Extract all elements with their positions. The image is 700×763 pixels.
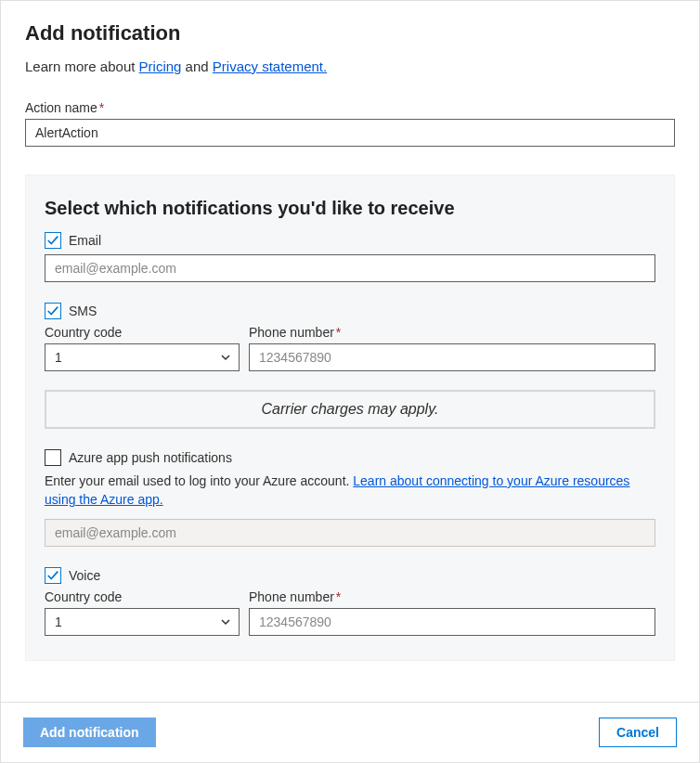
learn-prefix: Learn more about xyxy=(25,58,139,74)
azure-push-checkbox-row: Azure app push notifications xyxy=(45,449,655,466)
voice-sub-section: Voice Country code 1 Phone number* xyxy=(45,567,655,636)
sms-checkbox[interactable] xyxy=(45,303,61,319)
voice-country-label: Country code xyxy=(45,589,240,604)
voice-row: Country code 1 Phone number* xyxy=(45,589,655,636)
required-asterisk: * xyxy=(336,325,341,340)
pricing-link[interactable]: Pricing xyxy=(139,58,182,74)
email-input[interactable] xyxy=(45,254,655,282)
cancel-button[interactable]: Cancel xyxy=(599,718,677,747)
sms-country-select[interactable]: 1 xyxy=(45,343,240,371)
azure-push-checkbox[interactable] xyxy=(45,449,61,466)
footer: Add notification Cancel xyxy=(1,702,699,762)
sms-phone-input[interactable] xyxy=(249,343,655,371)
action-name-label: Action name* xyxy=(25,100,675,115)
email-label: Email xyxy=(69,233,101,248)
action-name-label-text: Action name xyxy=(25,100,97,115)
notifications-section: Select which notifications you'd like to… xyxy=(25,175,675,661)
voice-checkbox-row: Voice xyxy=(45,567,655,584)
learn-more-text: Learn more about Pricing and Privacy sta… xyxy=(25,58,675,74)
voice-country-value: 1 xyxy=(55,614,62,629)
carrier-notice: Carrier charges may apply. xyxy=(45,390,655,429)
check-icon xyxy=(46,569,59,582)
sms-label: SMS xyxy=(69,304,97,318)
azure-push-help-prefix: Enter your email used to log into your A… xyxy=(45,473,353,488)
sms-phone-label-text: Phone number xyxy=(249,325,334,340)
section-title: Select which notifications you'd like to… xyxy=(45,198,655,219)
azure-push-help: Enter your email used to log into your A… xyxy=(45,472,655,510)
chevron-down-icon xyxy=(220,616,231,627)
action-name-input[interactable] xyxy=(25,119,675,147)
azure-push-label: Azure app push notifications xyxy=(69,450,232,465)
privacy-link[interactable]: Privacy statement. xyxy=(213,58,327,74)
voice-country-select[interactable]: 1 xyxy=(45,608,240,636)
voice-phone-label-text: Phone number xyxy=(249,589,334,604)
and-text: and xyxy=(186,58,213,74)
voice-phone-input[interactable] xyxy=(249,608,655,636)
voice-phone-label: Phone number* xyxy=(249,589,655,604)
azure-push-email-input xyxy=(45,519,655,547)
add-notification-button[interactable]: Add notification xyxy=(23,718,156,747)
chevron-down-icon xyxy=(220,352,231,363)
email-checkbox[interactable] xyxy=(45,232,61,249)
sms-phone-label: Phone number* xyxy=(249,325,655,340)
required-asterisk: * xyxy=(99,100,104,115)
sms-row: Country code 1 Phone number* xyxy=(45,325,655,371)
sms-country-label: Country code xyxy=(45,325,240,340)
voice-checkbox[interactable] xyxy=(45,567,61,584)
sms-sub-section: SMS Country code 1 Phone number* xyxy=(45,303,655,371)
check-icon xyxy=(46,304,59,317)
required-asterisk: * xyxy=(336,589,341,604)
email-checkbox-row: Email xyxy=(45,232,655,249)
panel-content: Add notification Learn more about Pricin… xyxy=(1,1,699,702)
page-title: Add notification xyxy=(25,21,675,45)
check-icon xyxy=(46,234,59,247)
sms-country-value: 1 xyxy=(55,350,62,365)
azure-push-sub-section: Azure app push notifications Enter your … xyxy=(45,449,655,547)
voice-label: Voice xyxy=(69,568,100,583)
sms-checkbox-row: SMS xyxy=(45,303,655,319)
